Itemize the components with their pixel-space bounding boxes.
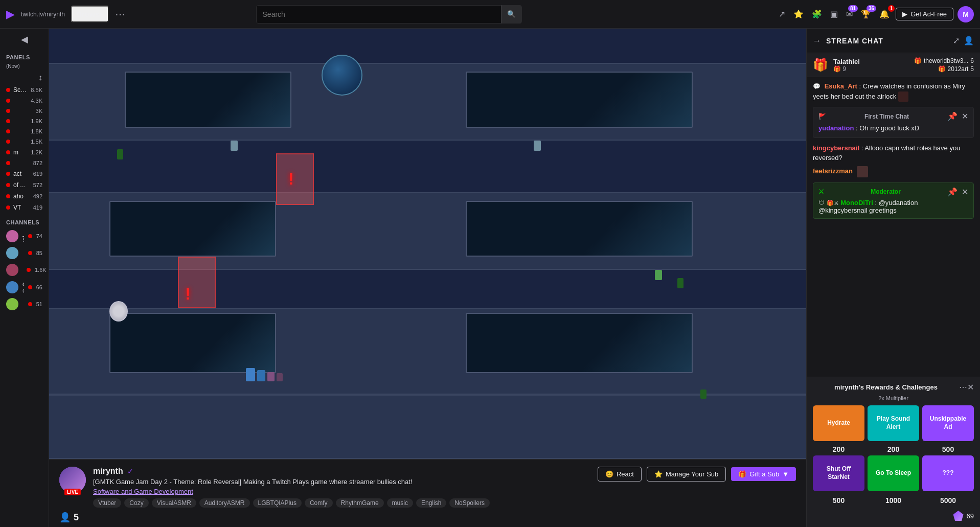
tag-vtuber[interactable]: Vtuber <box>93 498 121 508</box>
chat-username[interactable]: Esuka_Art <box>825 82 857 90</box>
channel-item-4[interactable]: 51 <box>0 296 49 312</box>
moderator-section: ⚔ Moderator 📌 ✕ 🛡 🎁⚔ MonoDiTri : @yudana… <box>813 182 974 219</box>
manage-sub-button[interactable]: ⭐ Manage Your Sub <box>647 467 726 482</box>
live-indicator <box>6 129 10 133</box>
mod-pin-button[interactable]: 📌 <box>947 187 958 197</box>
activity-icon[interactable]: 🏆 36 <box>859 7 873 21</box>
pip-icon[interactable]: ▣ <box>828 7 840 21</box>
browse-button[interactable]: Browse <box>71 6 109 22</box>
sidebar-item-1[interactable]: 4.3K <box>0 96 49 106</box>
channel-item-1[interactable]: 85 <box>0 245 49 261</box>
channel-item-3[interactable]: ohrnii Chaos XD 66 <box>0 279 49 296</box>
chat-popout-button[interactable]: ⤢ <box>953 36 960 45</box>
reward-label: Go To Sleep <box>876 469 911 477</box>
live-indicator <box>6 172 10 176</box>
sidebar-item-2[interactable]: 3K <box>0 106 49 116</box>
reward-go-to-sleep[interactable]: Go To Sleep <box>868 455 919 491</box>
chat-collapse-button[interactable]: → <box>813 36 821 45</box>
game-window-5 <box>109 313 276 373</box>
game-window-1 <box>125 72 291 127</box>
channel-info: _idol Simulat... <box>22 230 24 243</box>
sidebar-item-6[interactable]: m 1.2K <box>0 147 49 158</box>
channel-viewers: 74 <box>36 233 42 239</box>
chat-username[interactable]: yudanation <box>818 124 854 132</box>
sidebar-item-4[interactable]: 1.8K <box>0 126 49 136</box>
gift-info: Talathiel 🎁 9 <box>833 58 909 73</box>
channel-item-0[interactable]: _idol Simulat... 74 <box>0 227 49 245</box>
rewards-close-button[interactable]: ✕ <box>967 382 974 392</box>
tag-lgbtqiaplus[interactable]: LGBTQIAPlus <box>253 498 302 508</box>
first-time-message: yudanation : Oh my good luck xD <box>818 123 968 133</box>
rewards-costs-1: 200 200 500 <box>813 443 974 453</box>
channel-item-2[interactable]: stan S Ill 1.6K <box>0 261 49 279</box>
sidebar-item-count: 1.9K <box>31 118 42 124</box>
url-display: twitch.tv/mirynth <box>21 11 65 18</box>
dropdown-icon: ▼ <box>782 470 789 478</box>
tag-nospoilers[interactable]: NoSpoilers <box>449 498 490 508</box>
share-icon[interactable]: ↗ <box>777 7 787 21</box>
tag-visualasmr[interactable]: VisualASMR <box>152 498 196 508</box>
react-button[interactable]: 😊 React <box>598 467 642 482</box>
sidebar-item-10[interactable]: aho 492 <box>0 191 49 202</box>
stream-username[interactable]: mirynth <box>93 467 123 476</box>
tag-english[interactable]: English <box>416 498 446 508</box>
chat-username[interactable]: feelsrizzman <box>813 167 853 175</box>
reward-unskippable[interactable]: Unskippable Ad <box>922 405 974 441</box>
reward-mystery[interactable]: ??? <box>922 455 974 491</box>
star-icon[interactable]: ⭐ <box>791 7 806 21</box>
rewards-title: mirynth's Rewards & Challenges <box>813 383 959 391</box>
stream-category[interactable]: Software and Game Development <box>93 488 590 495</box>
reward-cost-3: 500 <box>922 445 974 453</box>
search-input[interactable] <box>257 10 501 18</box>
chat-settings-button[interactable]: 👤 <box>964 36 974 45</box>
tag-music[interactable]: music <box>387 498 413 508</box>
chat-header-right: ⤢ 👤 <box>953 36 974 45</box>
sidebar-collapse-button[interactable]: ◀ <box>0 29 49 50</box>
more-options-icon[interactable]: ⋯ <box>115 8 125 20</box>
channel-avatar <box>6 247 18 259</box>
mod-username[interactable]: MonoDiTri <box>840 199 873 207</box>
rewards-more-button[interactable]: ⋯ <box>959 382 967 392</box>
tag-auditoryasmr[interactable]: AuditoryASMR <box>199 498 250 508</box>
notifications-icon[interactable]: 🔔 1 <box>877 7 892 21</box>
game-floor-4 <box>49 395 806 459</box>
reward-cost-6: 5000 <box>922 496 974 505</box>
search-button[interactable]: 🔍 <box>501 5 521 24</box>
get-ad-free-button[interactable]: ▶ Get Ad-Free <box>896 8 953 20</box>
reward-hydrate[interactable]: Hydrate <box>813 405 864 441</box>
ad-free-icon: ▶ <box>902 10 907 18</box>
twitch-icon: ▶ <box>6 8 15 21</box>
sidebar-item-name: VT <box>13 204 30 211</box>
plant-2 <box>677 278 683 288</box>
tag-comfy[interactable]: Comfy <box>305 498 333 508</box>
chat-username[interactable]: kingcybersnail <box>813 144 859 152</box>
section-close-button[interactable]: ✕ <box>962 111 968 121</box>
gift-icon: 🎁 <box>738 470 746 478</box>
messages-icon[interactable]: ✉ 81 <box>844 7 855 21</box>
section-title: 🚩 First Time Chat 📌 ✕ <box>818 111 968 121</box>
tag-rhythmgame[interactable]: RhythmGame <box>336 498 384 508</box>
sidebar-item-7[interactable]: 872 <box>0 158 49 168</box>
sidebar-item-name: Scrolls V... <box>13 86 28 94</box>
sidebar-item-9[interactable]: of Andy... 572 <box>0 179 49 191</box>
reward-play-sound[interactable]: Play Sound Alert <box>868 405 919 441</box>
reward-cost-5: 1000 <box>868 496 919 505</box>
sort-button[interactable]: ↕ <box>0 71 49 84</box>
gift-side-item-2: 🎁 2012art 5 <box>938 65 974 73</box>
channel-avatar <box>6 298 18 310</box>
extensions-icon[interactable]: 🧩 <box>810 7 824 21</box>
mod-close-button[interactable]: ✕ <box>962 187 968 197</box>
bits-display: 69 <box>953 511 974 521</box>
sidebar-item-3[interactable]: 1.9K <box>0 116 49 126</box>
gift-sub-button[interactable]: 🎁 Gift a Sub ▼ <box>731 467 796 481</box>
sidebar-item-11[interactable]: VT 419 <box>0 202 49 213</box>
sidebar-item-5[interactable]: 1.5K <box>0 136 49 147</box>
reward-shut-off[interactable]: Shut Off StarNet <box>813 455 864 491</box>
tag-cozy[interactable]: Cozy <box>124 498 148 508</box>
sidebar-item-count: 619 <box>33 171 42 177</box>
section-pin-button[interactable]: 📌 <box>947 111 958 121</box>
gift-count-icon: 🎁 <box>833 65 841 73</box>
sidebar-item-8[interactable]: act 619 <box>0 168 49 179</box>
sidebar-item-0[interactable]: Scrolls V... 8.5K <box>0 84 49 96</box>
user-avatar[interactable]: M <box>958 6 974 22</box>
